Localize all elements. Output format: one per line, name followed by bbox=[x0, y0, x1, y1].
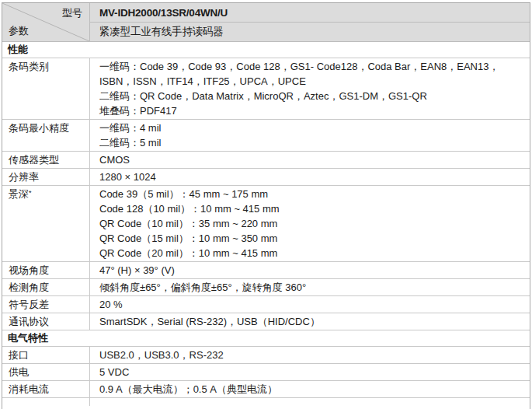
spec-value: 5 VDC bbox=[89, 364, 530, 381]
spec-row-fov: 视场角度 47° (H) × 39° (V) bbox=[2, 262, 530, 279]
spec-row-depth-of-field: 景深* Code 39（5 mil）：45 mm ~ 175 mmCode 12… bbox=[2, 186, 530, 262]
cut-off-row bbox=[2, 398, 530, 406]
spec-value: SmartSDK，Serial (RS-232)，USB（HID/CDC） bbox=[89, 313, 530, 330]
spec-value: 20 % bbox=[89, 296, 530, 313]
section-title-performance: 性能 bbox=[2, 42, 530, 58]
spec-row-current-consumption: 消耗电流 0.9 A（最大电流）；0.5 A（典型电流） bbox=[2, 381, 530, 398]
cut-off-value-cell bbox=[89, 398, 530, 406]
spec-value: 倾斜角度±65°，偏斜角度±65°，旋转角度 360° bbox=[89, 279, 530, 296]
spec-value: 1280 × 1024 bbox=[89, 169, 530, 186]
corner-cell: 型号 参数 bbox=[2, 3, 89, 42]
spec-label: 条码类别 bbox=[9, 59, 49, 75]
corner-param-label: 参数 bbox=[9, 24, 29, 38]
spec-row-barcode-types: 条码类别 一维码：Code 39，Code 93，Code 128，GS1- C… bbox=[2, 58, 530, 120]
spec-value: CMOS bbox=[89, 152, 530, 169]
spec-value: 47° (H) × 39° (V) bbox=[89, 262, 530, 279]
spec-row-detection-angle: 检测角度 倾斜角度±65°，偏斜角度±65°，旋转角度 360° bbox=[2, 279, 530, 296]
spec-label: 检测角度 bbox=[9, 280, 49, 295]
spec-label: 景深* bbox=[9, 187, 32, 202]
cut-off-label-cell bbox=[2, 398, 89, 406]
spec-row-power-supply: 供电 5 VDC bbox=[2, 364, 530, 381]
spec-label: 供电 bbox=[9, 365, 29, 380]
spec-row-sensor-type: 传感器类型 CMOS bbox=[2, 152, 530, 169]
spec-value: 0.9 A（最大电流）；0.5 A（典型电流） bbox=[89, 381, 530, 398]
spec-label: 符号反差 bbox=[9, 297, 49, 313]
spec-row-resolution: 分辨率 1280 × 1024 bbox=[2, 169, 530, 186]
spec-value: 一维码：Code 39，Code 93，Code 128，GS1- Code12… bbox=[89, 58, 530, 119]
spec-value: Code 39（5 mil）：45 mm ~ 175 mmCode 128（10… bbox=[89, 186, 530, 261]
spec-label: 视场角度 bbox=[9, 263, 49, 278]
spec-row-protocol: 通讯协议 SmartSDK，Serial (RS-232)，USB（HID/CD… bbox=[2, 313, 530, 330]
param-value: 紧凑型工业有线手持读码器 bbox=[89, 23, 530, 42]
spec-row-min-precision: 条码最小精度 一维码：4 mil二维码：5 mil bbox=[2, 120, 530, 152]
spec-value: USB2.0，USB3.0，RS-232 bbox=[89, 347, 530, 364]
spec-label: 条码最小精度 bbox=[9, 121, 69, 136]
table-header: 型号 参数 MV-IDH2000/13SR/04WN/U 紧凑型工业有线手持读码… bbox=[2, 3, 530, 42]
section-title-electrical: 电气特性 bbox=[2, 330, 530, 347]
spec-row-interface: 接口 USB2.0，USB3.0，RS-232 bbox=[2, 347, 530, 364]
spec-label: 通讯协议 bbox=[9, 314, 49, 330]
spec-label: 接口 bbox=[9, 348, 29, 363]
spec-value: 一维码：4 mil二维码：5 mil bbox=[89, 120, 530, 151]
model-value: MV-IDH2000/13SR/04WN/U bbox=[89, 3, 530, 23]
spec-label: 分辨率 bbox=[9, 170, 39, 185]
spec-label: 消耗电流 bbox=[9, 382, 49, 397]
footnote-asterisk: * bbox=[29, 189, 32, 197]
spec-table: 型号 参数 MV-IDH2000/13SR/04WN/U 紧凑型工业有线手持读码… bbox=[2, 2, 530, 409]
spec-row-symbol-contrast: 符号反差 20 % bbox=[2, 296, 530, 313]
corner-model-label: 型号 bbox=[62, 6, 82, 20]
spec-label: 传感器类型 bbox=[9, 152, 59, 168]
